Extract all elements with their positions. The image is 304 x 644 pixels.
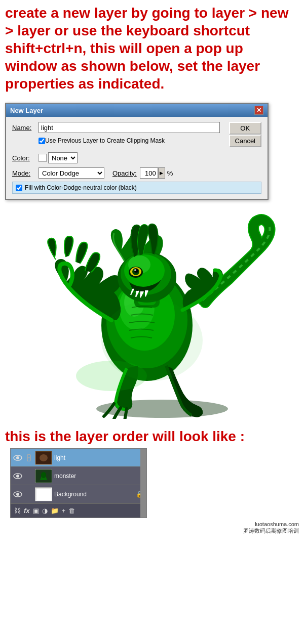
dialog-title: New Layer (10, 107, 43, 114)
dialog-close-btn[interactable]: ✕ (254, 106, 263, 115)
ok-button[interactable]: OK (229, 122, 261, 135)
svg-point-26 (16, 475, 19, 478)
layer-eye-background[interactable] (11, 485, 25, 503)
opacity-arrow[interactable]: ▶ (158, 167, 165, 179)
mask-btn[interactable]: ▣ (33, 507, 39, 514)
folder-btn[interactable]: 📁 (51, 507, 59, 514)
svg-rect-31 (36, 488, 51, 500)
fx-btn[interactable]: fx (24, 507, 30, 514)
monster-illustration (10, 209, 294, 419)
svg-point-20 (16, 456, 19, 459)
layer-eye-light[interactable] (11, 449, 25, 467)
thumb-monster-img (36, 470, 51, 482)
svg-point-30 (16, 493, 19, 496)
link-layers-btn[interactable]: ⛓ (14, 507, 21, 514)
clipping-mask-row: Use Previous Layer to Create Clipping Ma… (12, 137, 220, 144)
svg-point-28 (41, 472, 46, 478)
layer-name-monster: monster (54, 473, 76, 480)
clipping-mask-checkbox[interactable] (39, 138, 45, 144)
layer-row-monster[interactable]: monster (11, 467, 146, 485)
new-layer-dialog: New Layer ✕ Name: U (5, 103, 269, 200)
dialog-area: New Layer ✕ Name: U (0, 98, 304, 205)
layer-order-text: this is the layer order will look like : (5, 427, 299, 445)
thumb-bg-img (36, 488, 51, 500)
name-label: Name: (12, 124, 39, 132)
opacity-input[interactable] (140, 167, 158, 179)
layer-link-monster (25, 467, 33, 485)
layers-panel: light monster (10, 448, 147, 518)
color-row: Color: None (12, 152, 261, 163)
adjustment-btn[interactable]: ◑ (42, 507, 48, 514)
layer-thumb-background (35, 487, 52, 501)
instruction-text: create a new layer by going to layer > n… (5, 4, 299, 93)
layer-thumb-monster (35, 469, 52, 483)
mode-label: Mode: (12, 169, 39, 177)
delete-layer-btn[interactable]: 🗑 (68, 507, 75, 514)
name-row-inner: Name: Use Previous Layer to Create Clipp… (12, 122, 261, 148)
cancel-button[interactable]: Cancel (229, 135, 261, 147)
name-field-row: Name: (12, 122, 220, 133)
layer-link-background (25, 485, 33, 503)
clipping-mask-label: Use Previous Layer to Create Clipping Ma… (45, 137, 165, 144)
thumb-light-img (36, 452, 51, 464)
mode-select[interactable]: Color Dodge (39, 167, 104, 179)
name-row: Name: Use Previous Layer to Create Clipp… (12, 122, 261, 148)
dialog-titlebar: New Layer ✕ (6, 104, 268, 117)
watermark-text: luotaoshuma.com (255, 521, 299, 527)
layers-panel-area: light monster (0, 448, 304, 518)
monster-image-area (0, 205, 304, 422)
eye-icon-monster (13, 473, 22, 479)
layer-eye-monster[interactable] (11, 467, 25, 485)
svg-point-16 (134, 269, 136, 271)
fill-check-row: Fill with Color-Dodge-neutral color (bla… (12, 182, 261, 194)
layers-scrollbar[interactable] (140, 449, 146, 518)
color-label: Color: (12, 154, 39, 162)
layers-toolbar: ⛓ fx ▣ ◑ 📁 + 🗑 (11, 503, 146, 518)
layer-name-light: light (54, 454, 65, 461)
opacity-unit: % (167, 169, 173, 177)
eye-icon-background (13, 491, 22, 497)
dialog-body: Name: Use Previous Layer to Create Clipp… (6, 117, 268, 199)
fill-checkbox[interactable] (16, 185, 22, 191)
new-layer-btn[interactable]: + (62, 507, 66, 514)
svg-point-24 (40, 454, 48, 461)
color-swatch (39, 154, 47, 162)
svg-point-18 (101, 300, 203, 381)
layer-row-light[interactable]: light (11, 449, 146, 467)
btn-col: OK Cancel (224, 122, 261, 147)
color-select[interactable]: None (48, 152, 78, 163)
mode-row: Mode: Color Dodge Opacity: ▶ % (12, 167, 261, 179)
name-col: Name: Use Previous Layer to Create Clipp… (12, 122, 220, 148)
layer-thumb-light (35, 451, 52, 465)
link-icon-light (26, 454, 31, 461)
eye-icon-light (13, 455, 22, 461)
layer-row-background[interactable]: Background 🔒 (11, 485, 146, 503)
watermark-subtext: 罗涛数码后期修图培训 (243, 528, 299, 534)
opacity-label: Opacity: (112, 169, 137, 177)
watermark-area: luotaoshuma.com 罗涛数码后期修图培训 (0, 518, 304, 537)
instruction-section: create a new layer by going to layer > n… (0, 0, 304, 98)
layer-link-light (25, 449, 33, 467)
fill-check-label: Fill with Color-Dodge-neutral color (bla… (25, 184, 137, 191)
name-input[interactable] (39, 122, 220, 133)
layer-name-background: Background (54, 491, 87, 498)
layer-order-section: this is the layer order will look like : (0, 422, 304, 448)
